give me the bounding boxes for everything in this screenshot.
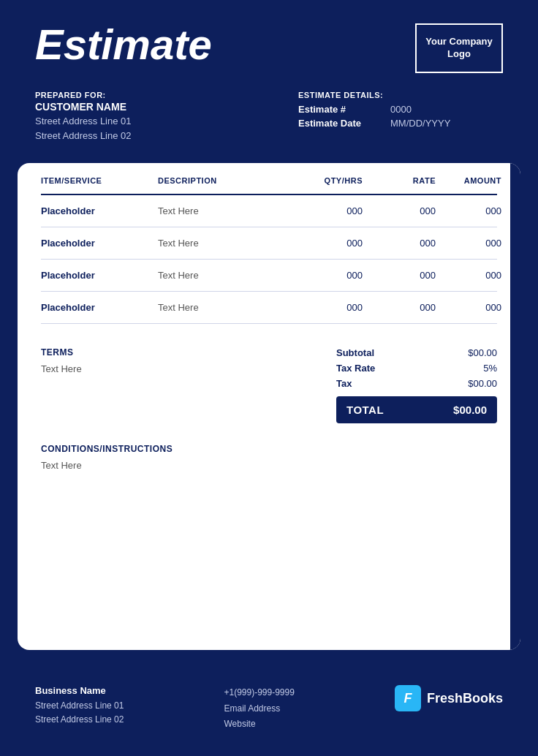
row-qty: 000	[289, 238, 363, 249]
table-header: ITEM/SERVICE DESCRIPTION QTY/HRS RATE AM…	[41, 163, 497, 195]
terms-block: TERMS Text Here	[41, 347, 336, 423]
terms-text: Text Here	[41, 363, 313, 374]
page-title: Estimate	[35, 23, 212, 66]
col-amount: AMOUNT	[436, 176, 501, 185]
row-rate: 000	[363, 205, 436, 216]
estimate-number-value: 0000	[390, 104, 412, 115]
prepared-for-block: PREPARED FOR: CUSTOMER NAME Street Addre…	[35, 91, 132, 143]
estimate-table: ITEM/SERVICE DESCRIPTION QTY/HRS RATE AM…	[18, 163, 520, 324]
row-amount: 000	[436, 270, 501, 281]
freshbooks-logo: F FreshBooks	[395, 685, 503, 711]
address-line2: Street Address Line 02	[35, 129, 132, 143]
freshbooks-icon: F	[395, 685, 421, 711]
footer-right: F FreshBooks	[395, 685, 503, 711]
table-row: Placeholder Text Here 000 000 000	[41, 195, 497, 227]
row-description: Text Here	[158, 205, 289, 216]
row-item: Placeholder	[41, 270, 158, 281]
subtotal-row: Subtotal $00.00	[336, 347, 497, 358]
conditions-section: CONDITIONS/INSTRUCTIONS Text Here	[18, 438, 520, 494]
footer-email: Email Address	[224, 701, 294, 717]
col-item: ITEM/SERVICE	[41, 176, 158, 185]
row-item: Placeholder	[41, 205, 158, 216]
tax-rate-label: Tax Rate	[336, 363, 375, 374]
table-rows: Placeholder Text Here 000 000 000 Placeh…	[41, 195, 497, 324]
row-rate: 000	[363, 270, 436, 281]
estimate-date-label: Estimate Date	[298, 118, 379, 129]
tax-rate-row: Tax Rate 5%	[336, 363, 497, 374]
total-row: TOTAL $00.00	[336, 396, 497, 423]
estimate-date-value: MM/DD/YYYY	[390, 118, 450, 129]
row-amount: 000	[436, 302, 501, 313]
footer-website: Website	[224, 717, 294, 733]
tax-rate-value: 5%	[483, 363, 497, 374]
address-line1: Street Address Line 01	[35, 114, 132, 129]
col-description: DESCRIPTION	[158, 176, 289, 185]
row-description: Text Here	[158, 238, 289, 249]
customer-name: CUSTOMER NAME	[35, 101, 132, 113]
row-amount: 000	[436, 205, 501, 216]
main-card: ITEM/SERVICE DESCRIPTION QTY/HRS RATE AM…	[18, 163, 520, 650]
footer-left: Business Name Street Address Line 01 Str…	[35, 685, 124, 727]
row-rate: 000	[363, 302, 436, 313]
row-item: Placeholder	[41, 302, 158, 313]
footer: Business Name Street Address Line 01 Str…	[0, 668, 538, 756]
row-rate: 000	[363, 238, 436, 249]
footer-address2: Street Address Line 02	[35, 713, 124, 727]
tax-value: $00.00	[468, 378, 497, 389]
header: Estimate Your Company Logo	[0, 0, 538, 91]
conditions-label: CONDITIONS/INSTRUCTIONS	[41, 444, 497, 454]
estimate-date-row: Estimate Date MM/DD/YYYY	[298, 118, 503, 129]
col-qty: QTY/HRS	[289, 176, 363, 185]
footer-middle: +1(999)-999-9999 Email Address Website	[224, 685, 294, 733]
terms-label: TERMS	[41, 347, 313, 358]
tax-row: Tax $00.00	[336, 378, 497, 389]
estimate-number-label: Estimate #	[298, 104, 379, 115]
estimate-details-block: ESTIMATE DETAILS: Estimate # 0000 Estima…	[298, 91, 503, 132]
table-row: Placeholder Text Here 000 000 000	[41, 227, 497, 260]
row-qty: 000	[289, 270, 363, 281]
side-accent	[510, 163, 520, 650]
footer-address1: Street Address Line 01	[35, 699, 124, 713]
total-value: $00.00	[453, 404, 487, 416]
estimate-details-label: ESTIMATE DETAILS:	[298, 91, 503, 99]
row-amount: 000	[436, 238, 501, 249]
page: Estimate Your Company Logo PREPARED FOR:…	[0, 0, 538, 756]
conditions-text: Text Here	[41, 460, 497, 471]
col-rate: RATE	[363, 176, 436, 185]
row-item: Placeholder	[41, 238, 158, 249]
business-name: Business Name	[35, 685, 124, 696]
info-section: PREPARED FOR: CUSTOMER NAME Street Addre…	[0, 91, 538, 157]
table-row: Placeholder Text Here 000 000 000	[41, 260, 497, 292]
table-row: Placeholder Text Here 000 000 000	[41, 292, 497, 324]
row-qty: 000	[289, 302, 363, 313]
freshbooks-text: FreshBooks	[427, 691, 503, 706]
estimate-number-row: Estimate # 0000	[298, 104, 503, 115]
row-description: Text Here	[158, 270, 289, 281]
footer-phone: +1(999)-999-9999	[224, 685, 294, 701]
tax-label: Tax	[336, 378, 352, 389]
prepared-for-label: PREPARED FOR:	[35, 91, 132, 99]
bottom-section: TERMS Text Here Subtotal $00.00 Tax Rate…	[18, 330, 520, 438]
row-description: Text Here	[158, 302, 289, 313]
total-label: TOTAL	[346, 404, 384, 416]
subtotal-value: $00.00	[468, 347, 497, 358]
subtotal-label: Subtotal	[336, 347, 374, 358]
row-qty: 000	[289, 205, 363, 216]
totals-block: Subtotal $00.00 Tax Rate 5% Tax $00.00 T…	[336, 347, 497, 423]
company-logo: Your Company Logo	[415, 23, 503, 73]
